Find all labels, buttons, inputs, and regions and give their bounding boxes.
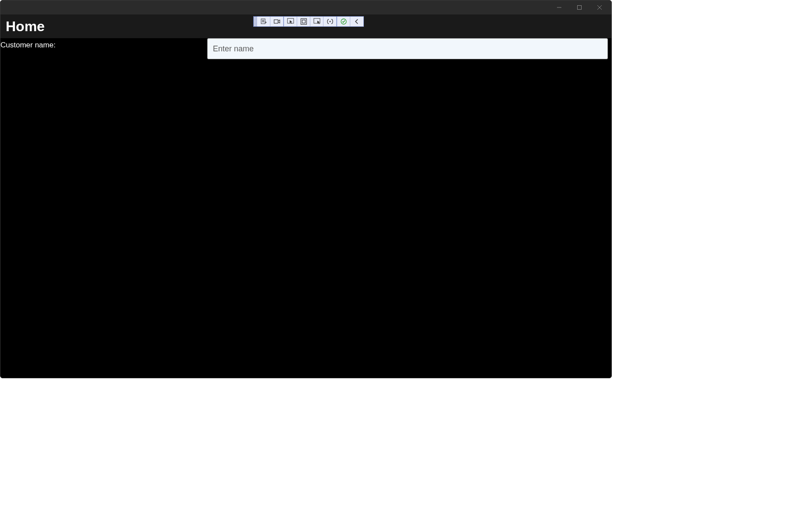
brackets-button[interactable]	[323, 17, 337, 26]
pointer-button[interactable]	[284, 17, 297, 26]
video-record-button[interactable]	[270, 17, 284, 26]
target-button[interactable]	[310, 17, 323, 26]
close-button[interactable]	[589, 1, 610, 14]
svg-rect-8	[274, 20, 278, 23]
svg-rect-11	[302, 20, 305, 23]
customer-name-input[interactable]	[207, 38, 608, 59]
customer-name-input-wrap	[207, 38, 611, 59]
checkmark-button[interactable]	[337, 17, 350, 26]
svg-rect-12	[314, 18, 320, 23]
container-button[interactable]	[297, 17, 310, 26]
page-title: Home	[6, 18, 45, 35]
customer-name-row: Customer name:	[0, 38, 611, 59]
minimize-button[interactable]	[549, 1, 569, 14]
svg-rect-10	[301, 19, 306, 25]
svg-point-13	[329, 21, 331, 22]
maximize-button[interactable]	[569, 1, 589, 14]
collapse-button[interactable]	[350, 17, 363, 26]
content-area: Customer name:	[0, 38, 611, 378]
toolbar-grip[interactable]	[254, 17, 257, 26]
app-window: Home Customer name:	[0, 0, 612, 378]
svg-rect-1	[578, 6, 582, 10]
debug-toolbar[interactable]	[253, 16, 364, 27]
record-steps-button[interactable]	[257, 17, 270, 26]
titlebar	[0, 0, 611, 14]
customer-name-label: Customer name:	[0, 38, 207, 50]
